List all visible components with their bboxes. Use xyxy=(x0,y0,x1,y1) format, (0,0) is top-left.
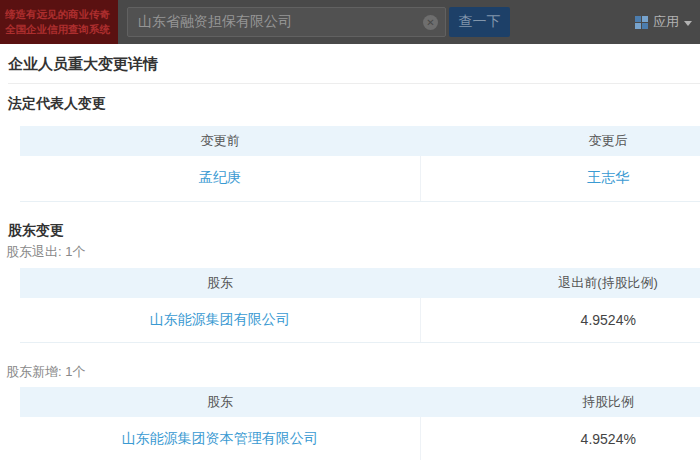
clear-input-icon[interactable]: ✕ xyxy=(423,15,438,30)
topbar: 缔造有远见的商业传奇 全国企业信用查询系统 ✕ 查一下 应用 xyxy=(0,0,700,44)
chevron-down-icon xyxy=(684,21,692,26)
exit-ratio-value: 4.9524% xyxy=(420,298,700,343)
before-name-link[interactable]: 孟纪庚 xyxy=(199,169,241,185)
legal-rep-heading: 法定代表人变更 xyxy=(8,96,700,111)
shareholder-exit-table: 股东 退出前(持股比例) 山东能源集团有限公司 4.9524% xyxy=(20,268,700,344)
col-header-after: 变更后 xyxy=(420,126,700,156)
apps-grid-icon xyxy=(635,16,648,29)
brand-logo[interactable]: 缔造有远见的商业传奇 全国企业信用查询系统 xyxy=(0,0,118,44)
shareholders-heading: 股东变更 xyxy=(8,223,700,238)
search-button[interactable]: 查一下 xyxy=(449,7,510,37)
table-row: 孟纪庚 王志华 xyxy=(20,156,700,201)
add-count-label: 股东新增: 1个 xyxy=(6,365,700,379)
page-title: 企业人员重大变更详情 xyxy=(8,56,700,72)
table-header-row: 股东 退出前(持股比例) xyxy=(20,268,700,298)
search-input[interactable] xyxy=(127,7,446,37)
exit-shareholder-cell: 山东能源集团有限公司 xyxy=(20,298,420,343)
apps-menu-label: 应用 xyxy=(653,13,679,31)
main-content: 企业人员重大变更详情 法定代表人变更 变更前 变更后 孟纪庚 王志华 股东变更 … xyxy=(0,44,700,460)
section-divider xyxy=(8,83,700,84)
table-row: 山东能源集团资本管理有限公司 4.9524% xyxy=(20,417,700,460)
apps-menu[interactable]: 应用 xyxy=(635,0,692,44)
legal-rep-table: 变更前 变更后 孟纪庚 王志华 xyxy=(20,126,700,202)
col-header-before: 变更前 xyxy=(20,126,420,156)
after-name-cell: 王志华 xyxy=(420,156,700,201)
shareholder-add-table: 股东 持股比例 山东能源集团资本管理有限公司 4.9524% xyxy=(20,387,700,460)
table-header-row: 变更前 变更后 xyxy=(20,126,700,156)
brand-logo-line2: 全国企业信用查询系统 xyxy=(5,22,118,37)
add-shareholder-cell: 山东能源集团资本管理有限公司 xyxy=(20,417,420,460)
brand-logo-line1: 缔造有远见的商业传奇 xyxy=(5,7,118,22)
table-row: 山东能源集团有限公司 4.9524% xyxy=(20,298,700,343)
add-shareholder-link[interactable]: 山东能源集团资本管理有限公司 xyxy=(122,430,318,446)
after-name-link[interactable]: 王志华 xyxy=(587,169,629,185)
before-name-cell: 孟纪庚 xyxy=(20,156,420,201)
exit-shareholder-link[interactable]: 山东能源集团有限公司 xyxy=(150,311,290,327)
add-col-ratio: 持股比例 xyxy=(420,387,700,417)
table-header-row: 股东 持股比例 xyxy=(20,387,700,417)
exit-col-ratio: 退出前(持股比例) xyxy=(420,268,700,298)
exit-count-label: 股东退出: 1个 xyxy=(6,245,700,259)
add-col-shareholder: 股东 xyxy=(20,387,420,417)
add-ratio-value: 4.9524% xyxy=(420,417,700,460)
exit-col-shareholder: 股东 xyxy=(20,268,420,298)
